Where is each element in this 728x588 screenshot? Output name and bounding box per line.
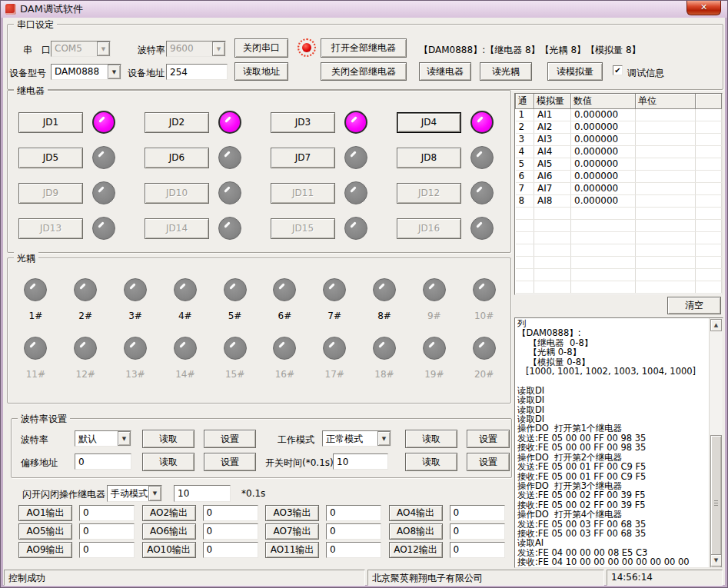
ao-input-4[interactable]: [450, 505, 505, 521]
client-area: 串口设定 串 口 COM5 ▼ 波特率 9600 ▼ 关闭串口 打开全部继电器 …: [3, 18, 725, 585]
opto-item: 1#: [11, 278, 61, 321]
scrollbar-thumb[interactable]: [710, 435, 722, 568]
serial-group-title: 串口设定: [14, 18, 57, 32]
opto-label-3: 3#: [128, 311, 142, 321]
baudrate-combo[interactable]: 默认 ▼: [75, 430, 131, 447]
close-button[interactable]: ✕: [686, 1, 721, 15]
scroll-down-icon[interactable]: ▼: [710, 554, 722, 566]
ao-input-7[interactable]: [326, 523, 381, 540]
ao-button-9[interactable]: AO9输出: [18, 542, 72, 558]
address-input[interactable]: [166, 64, 228, 80]
opto-item: 13#: [111, 337, 161, 380]
work-mode-set-button[interactable]: 设置: [467, 430, 510, 448]
debug-info-checkbox[interactable]: ✔: [613, 65, 623, 75]
clear-log-button[interactable]: 清空: [667, 297, 721, 314]
opto-light-10: [473, 278, 496, 301]
flash-mode-combo[interactable]: 手动模式 ▼: [107, 485, 162, 502]
model-combo-value: DAM0888: [52, 65, 108, 79]
analog-table-row: 7AI70.000000: [516, 182, 722, 194]
relay-button-jd7[interactable]: JD7: [271, 148, 335, 168]
offset-set-button[interactable]: 设置: [204, 453, 256, 471]
ao-input-1[interactable]: [79, 505, 135, 521]
work-mode-combo[interactable]: 正常模式 ▼: [322, 430, 391, 447]
opto-item: 3#: [111, 278, 161, 321]
opto-label-15: 15#: [225, 369, 244, 380]
ao-button-8[interactable]: AO8输出: [389, 523, 443, 540]
relay-cell: JD3: [271, 105, 397, 140]
offset-read-button[interactable]: 读取: [142, 453, 194, 471]
ao-input-8[interactable]: [450, 523, 505, 540]
ao-button-2[interactable]: AO2输出: [142, 505, 196, 521]
log-scrollbar[interactable]: ▲ ▼: [709, 318, 723, 567]
ao-input-10[interactable]: [203, 542, 258, 558]
ao-button-4[interactable]: AO4输出: [389, 505, 443, 521]
read-relays-button[interactable]: 读继电器: [419, 62, 471, 81]
switch-time-read-button[interactable]: 读取: [405, 453, 457, 471]
relay-button-jd6[interactable]: JD6: [145, 148, 209, 168]
log-panel[interactable]: 列 【DAM0888】: 【继电器 0-8】 【光耦 0-8】 【模拟量 0-8…: [514, 317, 723, 568]
opto-group: 光耦 1#2#3#4#5#6#7#8#9#10#11#12#13#14#15#1…: [7, 257, 511, 404]
relay-group-title: 继电器: [14, 85, 48, 98]
model-combo[interactable]: DAM0888 ▼: [51, 64, 121, 80]
opto-label-9: 9#: [427, 311, 441, 321]
relay-button-jd1[interactable]: JD1: [18, 112, 83, 133]
offset-address-input[interactable]: [75, 453, 131, 470]
analog-table-row: 5AI50.000000: [516, 158, 722, 170]
ao-input-2[interactable]: [203, 505, 258, 521]
relay-button-jd16: JD16: [397, 218, 461, 239]
switch-time-input[interactable]: [333, 453, 388, 470]
close-all-relays-button[interactable]: 关闭全部继电器: [321, 62, 407, 81]
analog-table-row: [516, 281, 722, 293]
relay-cell: JD10: [145, 175, 271, 211]
relay-cell: JD7: [271, 140, 397, 175]
analog-table[interactable]: 通模拟量数值单位1AI10.0000002AI20.0000003AI30.00…: [514, 93, 723, 295]
ao-cell: AO3输出: [265, 503, 389, 522]
analog-table-row: 6AI60.000000: [516, 170, 722, 182]
switch-time-set-button[interactable]: 设置: [467, 453, 510, 471]
opto-item: 17#: [310, 337, 360, 380]
flash-time-input[interactable]: [174, 485, 231, 502]
baud-combo[interactable]: 9600 ▼: [166, 41, 226, 57]
open-all-relays-button[interactable]: 打开全部继电器: [321, 38, 407, 58]
relay-button-jd4[interactable]: JD4: [397, 112, 461, 133]
ao-button-5[interactable]: AO5输出: [18, 523, 72, 540]
relay-button-jd2[interactable]: JD2: [145, 112, 209, 133]
scroll-up-icon[interactable]: ▲: [710, 319, 722, 331]
offset-address-label: 偏移地址: [21, 457, 58, 470]
relay-button-jd8[interactable]: JD8: [397, 148, 461, 168]
read-opto-button[interactable]: 读光耦: [480, 62, 532, 81]
flash-unit-label: *0.1s: [241, 488, 265, 499]
ao-input-9[interactable]: [79, 542, 135, 558]
analog-table-row: [516, 219, 722, 231]
work-mode-read-button[interactable]: 读取: [405, 430, 457, 448]
port-combo[interactable]: COM5 ▼: [51, 41, 111, 57]
ao-button-11[interactable]: AO11输出: [265, 542, 319, 558]
opto-light-18: [373, 337, 396, 360]
baudrate-read-button[interactable]: 读取: [142, 430, 194, 448]
read-analog-button[interactable]: 读模拟量: [547, 62, 603, 81]
opto-label-6: 6#: [278, 311, 292, 321]
ao-input-6[interactable]: [203, 523, 258, 540]
app-window: DAM调试软件 ✕ 串口设定 串 口 COM5 ▼ 波特率 9600 ▼ 关闭串…: [0, 0, 728, 588]
relay-button-jd3[interactable]: JD3: [271, 112, 335, 133]
baudrate-set-button[interactable]: 设置: [204, 430, 256, 448]
read-address-button[interactable]: 读取地址: [234, 62, 288, 81]
relay-light-10: [218, 181, 241, 204]
ao-input-11[interactable]: [326, 542, 381, 558]
ao-button-1[interactable]: AO1输出: [18, 505, 72, 521]
ao-input-5[interactable]: [79, 523, 135, 540]
ao-button-6[interactable]: AO6输出: [142, 523, 196, 540]
close-serial-button[interactable]: 关闭串口: [234, 38, 288, 58]
ao-button-7[interactable]: AO7输出: [265, 523, 319, 540]
ao-button-12[interactable]: AO12输出: [389, 542, 443, 558]
opto-light-4: [174, 278, 197, 301]
opto-item: 2#: [61, 278, 111, 321]
ao-input-12[interactable]: [450, 542, 505, 558]
ao-input-3[interactable]: [326, 505, 381, 521]
relay-button-jd5[interactable]: JD5: [18, 148, 83, 168]
relay-cell: JD8: [397, 140, 523, 175]
ao-button-10[interactable]: AO10输出: [142, 542, 196, 558]
opto-light-9: [423, 278, 446, 301]
opto-label-16: 16#: [275, 369, 294, 380]
ao-button-3[interactable]: AO3输出: [265, 505, 319, 521]
